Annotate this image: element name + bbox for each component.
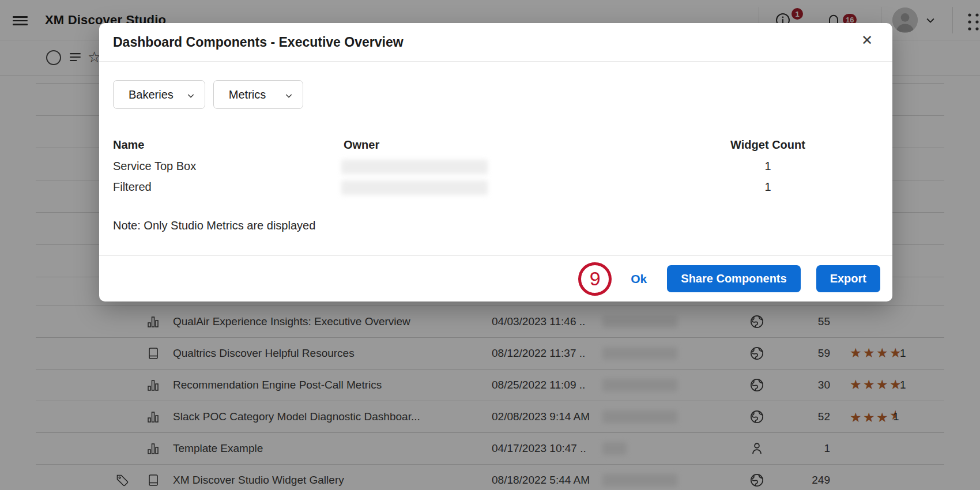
dropdown-value: Metrics bbox=[229, 88, 266, 101]
annotation-step-badge: 9 bbox=[578, 262, 612, 296]
close-button[interactable]: ✕ bbox=[861, 33, 873, 47]
dialog-header: Dashboard Components - Executive Overvie… bbox=[99, 23, 892, 62]
component-widget-count: 1 bbox=[687, 180, 849, 194]
dialog-title: Dashboard Components - Executive Overvie… bbox=[113, 35, 404, 50]
chevron-down-icon bbox=[186, 90, 195, 99]
chevron-down-icon bbox=[284, 90, 293, 99]
column-header-owner: Owner bbox=[344, 138, 379, 152]
dialog-note: Note: Only Studio Metrics are displayed bbox=[113, 219, 315, 232]
bakeries-dropdown[interactable]: Bakeries bbox=[113, 80, 205, 109]
dropdown-value: Bakeries bbox=[129, 88, 174, 101]
page: XM Discover Studio 1 16 bbox=[0, 0, 980, 490]
export-button[interactable]: Export bbox=[816, 265, 880, 292]
metrics-dropdown[interactable]: Metrics bbox=[213, 80, 303, 109]
column-header-name: Name bbox=[113, 138, 144, 152]
ok-button[interactable]: Ok bbox=[631, 272, 647, 286]
column-header-widget-count: Widget Count bbox=[687, 138, 849, 152]
dialog-filters: Bakeries Metrics bbox=[113, 80, 303, 109]
dashboard-components-dialog: Dashboard Components - Executive Overvie… bbox=[99, 23, 892, 301]
dialog-footer: 9 Ok Share Components Export bbox=[99, 255, 892, 301]
component-name: Filtered bbox=[113, 180, 152, 194]
component-widget-count: 1 bbox=[687, 160, 849, 173]
owner-redacted bbox=[341, 160, 488, 174]
component-name: Service Top Box bbox=[113, 160, 196, 173]
share-components-button[interactable]: Share Components bbox=[667, 265, 800, 292]
owner-redacted bbox=[341, 180, 488, 195]
